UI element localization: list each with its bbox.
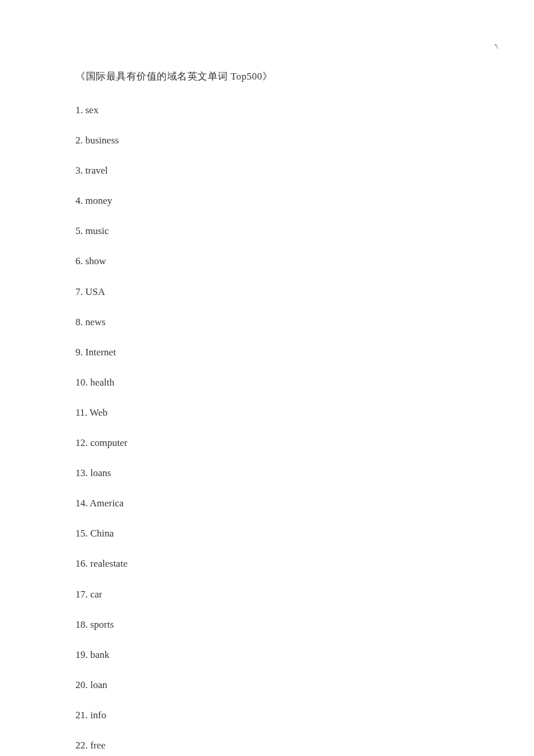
list-item: 4. money <box>75 195 459 207</box>
list-item: 12. computer <box>75 437 459 449</box>
list-item: 1. sex <box>75 104 459 117</box>
list-item: 14. America <box>75 497 459 510</box>
list-item: 7. USA <box>75 286 459 298</box>
list-item: 3. travel <box>75 164 459 177</box>
list-item: 16. realestate <box>75 557 459 570</box>
list-item: 8. news <box>75 316 459 329</box>
list-item: 13. loans <box>75 467 459 480</box>
list-item: 10. health <box>75 376 459 389</box>
list-item: 20. loan <box>75 679 459 692</box>
list-item: 11. Web <box>75 406 459 419</box>
list-item: 22. free <box>75 739 459 752</box>
list-item: 2. business <box>75 134 459 147</box>
list-wrapper: 1. sex 2. business 3. travel 4. money 5.… <box>75 104 459 756</box>
page-mark: '\ <box>495 42 498 51</box>
document-title: 《国际最具有价值的域名英文单词 Top500》 <box>75 70 459 83</box>
document-content: 《国际最具有价值的域名英文单词 Top500》 1. sex 2. busine… <box>0 0 534 756</box>
list-item: 21. info <box>75 709 459 722</box>
list-item: 19. bank <box>75 649 459 661</box>
list-item: 17. car <box>75 588 459 601</box>
list-item: 5. music <box>75 225 459 237</box>
list-item: 9. Internet <box>75 346 459 359</box>
list-item: 15. China <box>75 527 459 540</box>
list-item: 18. sports <box>75 618 459 631</box>
list-item: 6. show <box>75 255 459 268</box>
